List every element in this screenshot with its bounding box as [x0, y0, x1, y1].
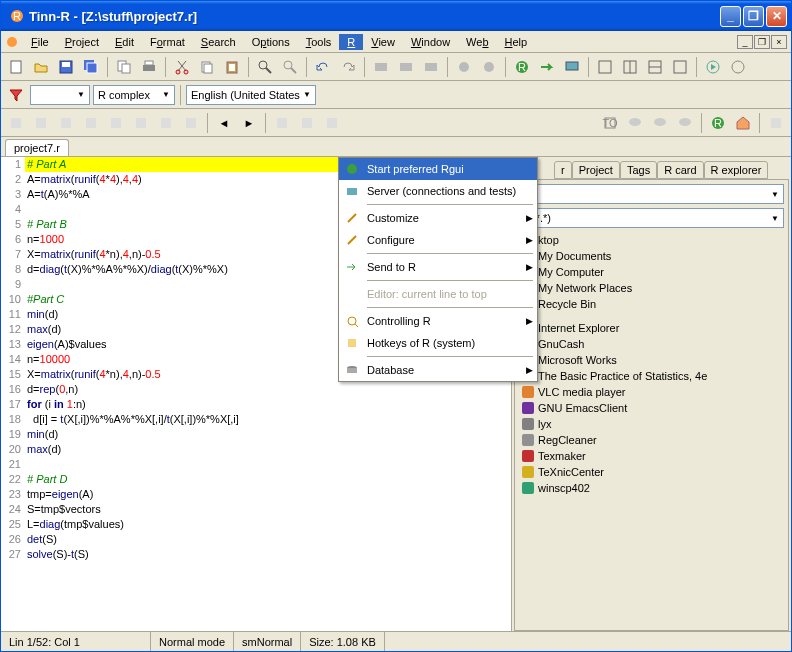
copy-icon[interactable]	[113, 56, 135, 78]
menu-options[interactable]: Options	[244, 34, 298, 50]
tb3-k[interactable]	[321, 112, 343, 134]
menu-item[interactable]: Controlling R▶	[339, 310, 537, 332]
menu-item[interactable]: Hotkeys of R (system)	[339, 332, 537, 354]
place-item[interactable]: My Documents	[519, 248, 784, 264]
combo-type[interactable]: R complex▼	[93, 85, 175, 105]
home-icon[interactable]	[732, 112, 754, 134]
tb3-g[interactable]	[155, 112, 177, 134]
editor-tab[interactable]: project7.r	[5, 139, 69, 156]
side-tab-rcard[interactable]: R card	[657, 161, 703, 179]
tb3-h[interactable]	[180, 112, 202, 134]
close-button[interactable]: ✕	[766, 6, 787, 27]
app-item[interactable]: GnuCash	[519, 336, 784, 352]
open-icon[interactable]	[30, 56, 52, 78]
find-icon[interactable]	[254, 56, 276, 78]
print-icon[interactable]	[138, 56, 160, 78]
app-item[interactable]: VLC media player	[519, 384, 784, 400]
bubble3-icon[interactable]	[674, 112, 696, 134]
undo-icon[interactable]	[312, 56, 334, 78]
copy2-icon[interactable]	[196, 56, 218, 78]
code-line[interactable]: 19min(d)	[1, 427, 511, 442]
r-send-icon[interactable]	[536, 56, 558, 78]
bubble2-icon[interactable]	[649, 112, 671, 134]
right-arrow-icon[interactable]: ►	[238, 112, 260, 134]
code-line[interactable]: 18 d[i] = t(X[,i])%*%A%*%X[,i]/t(X[,i])%…	[1, 412, 511, 427]
menu-search[interactable]: Search	[193, 34, 244, 50]
layout4-icon[interactable]	[669, 56, 691, 78]
menu-view[interactable]: View	[363, 34, 403, 50]
cut-icon[interactable]	[171, 56, 193, 78]
code-line[interactable]: 23tmp=eigen(A)	[1, 487, 511, 502]
tool-a-icon[interactable]	[453, 56, 475, 78]
tb3-c[interactable]	[55, 112, 77, 134]
code-line[interactable]: 25L=diag(tmp$values)	[1, 517, 511, 532]
tb3-f[interactable]	[130, 112, 152, 134]
side-combo-2[interactable]: ll (*.*)▼	[519, 208, 784, 228]
tb3-a[interactable]	[5, 112, 27, 134]
layout2-icon[interactable]	[619, 56, 641, 78]
menu-item[interactable]: Customize▶	[339, 207, 537, 229]
save-all-icon[interactable]	[80, 56, 102, 78]
code-line[interactable]: 24S=tmp$vectors	[1, 502, 511, 517]
app-item[interactable]: winscp402	[519, 480, 784, 496]
redo-icon[interactable]	[337, 56, 359, 78]
layout3-icon[interactable]	[644, 56, 666, 78]
app-item[interactable]: RegCleaner	[519, 432, 784, 448]
left-arrow-icon[interactable]: ◄	[213, 112, 235, 134]
menu-item[interactable]: Configure▶	[339, 229, 537, 251]
r-icon2[interactable]: R	[707, 112, 729, 134]
bubble1-icon[interactable]	[624, 112, 646, 134]
app-item[interactable]: lyx	[519, 416, 784, 432]
tb3-b[interactable]	[30, 112, 52, 134]
app-item[interactable]: Microsoft Works	[519, 352, 784, 368]
stop-icon[interactable]: STOP	[599, 112, 621, 134]
play2-icon[interactable]	[727, 56, 749, 78]
r-start-icon[interactable]: R	[511, 56, 533, 78]
macro3-icon[interactable]	[420, 56, 442, 78]
menu-r[interactable]: R	[339, 34, 363, 50]
code-line[interactable]: 21	[1, 457, 511, 472]
app-item[interactable]: The Basic Practice of Statistics, 4e	[519, 368, 784, 384]
menu-edit[interactable]: Edit	[107, 34, 142, 50]
new-icon[interactable]	[5, 56, 27, 78]
combo-blank[interactable]: ▼	[30, 85, 90, 105]
menu-item[interactable]: Send to R▶	[339, 256, 537, 278]
code-line[interactable]: 17for (i in 1:n)	[1, 397, 511, 412]
macro2-icon[interactable]	[395, 56, 417, 78]
find2-icon[interactable]	[279, 56, 301, 78]
app-item[interactable]: Internet Explorer	[519, 320, 784, 336]
paste-icon[interactable]	[221, 56, 243, 78]
tb3-j[interactable]	[296, 112, 318, 134]
menu-help[interactable]: Help	[497, 34, 536, 50]
tb3-d[interactable]	[80, 112, 102, 134]
macro-icon[interactable]	[370, 56, 392, 78]
menu-web[interactable]: Web	[458, 34, 496, 50]
side-tab-r[interactable]: r	[554, 161, 572, 179]
play-icon[interactable]	[702, 56, 724, 78]
save-icon[interactable]	[55, 56, 77, 78]
tool-b-icon[interactable]	[478, 56, 500, 78]
app-item[interactable]: GNU EmacsClient	[519, 400, 784, 416]
menu-tools[interactable]: Tools	[298, 34, 340, 50]
place-item[interactable]: My Network Places	[519, 280, 784, 296]
layout1-icon[interactable]	[594, 56, 616, 78]
code-line[interactable]: 27solve(S)-t(S)	[1, 547, 511, 562]
menu-project[interactable]: Project	[57, 34, 107, 50]
tb3-i[interactable]	[271, 112, 293, 134]
code-line[interactable]: 20max(d)	[1, 442, 511, 457]
side-tab-rexplorer[interactable]: R explorer	[704, 161, 769, 179]
mdi-close[interactable]: ×	[771, 35, 787, 49]
maximize-button[interactable]: ❐	[743, 6, 764, 27]
titlebar[interactable]: R Tinn-R - [Z:\stuff\project7.r] _ ❐ ✕	[1, 1, 791, 31]
menu-item[interactable]: Server (connections and tests)	[339, 180, 537, 202]
combo-lang[interactable]: English (United States▼	[186, 85, 316, 105]
side-tab-project[interactable]: Project	[572, 161, 620, 179]
app-item[interactable]: Texmaker	[519, 448, 784, 464]
place-item[interactable]: My Computer	[519, 264, 784, 280]
menu-file[interactable]: File	[23, 34, 57, 50]
side-tab-tags[interactable]: Tags	[620, 161, 657, 179]
menu-item[interactable]: Database▶	[339, 359, 537, 381]
code-line[interactable]: 22# Part D	[1, 472, 511, 487]
code-line[interactable]: 16d=rep(0,n)	[1, 382, 511, 397]
monitor-icon[interactable]	[561, 56, 583, 78]
